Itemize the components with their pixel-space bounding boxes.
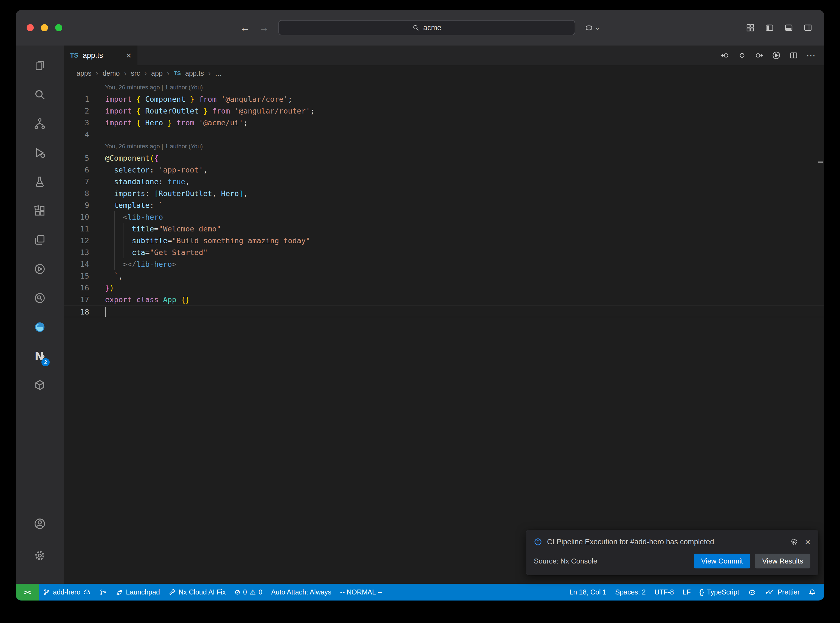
navigate-back-icon[interactable]: ← xyxy=(240,23,250,33)
line-number: 5 xyxy=(64,152,89,164)
breadcrumb-item[interactable]: demo xyxy=(103,69,120,77)
split-editor-icon[interactable] xyxy=(789,51,798,60)
code-row: 5@Component({ xyxy=(64,152,825,164)
line-number: 14 xyxy=(64,258,89,270)
toggle-secondary-sidebar-icon[interactable] xyxy=(803,23,812,32)
publish-cloud-icon xyxy=(83,588,91,596)
formatter-item[interactable]: ✓✓ Prettier xyxy=(761,584,804,600)
breadcrumb-item-file[interactable]: app.ts xyxy=(185,69,204,77)
indent-guide xyxy=(114,211,115,223)
branch-item[interactable]: add-hero xyxy=(39,584,95,600)
explorer-icon[interactable] xyxy=(26,51,54,80)
search-sidebar-icon[interactable] xyxy=(26,80,54,109)
nx-cloud-label: Nx Cloud AI Fix xyxy=(178,588,226,596)
notification-settings-gear-icon[interactable] xyxy=(790,538,798,546)
warnings-icon: ⚠ xyxy=(250,588,256,596)
remote-explorer-icon[interactable] xyxy=(26,226,54,255)
run-debug-icon[interactable] xyxy=(26,138,54,167)
wrench-icon xyxy=(169,589,176,596)
code-line: title="Welcmoe demo" xyxy=(105,223,825,235)
notification-close-icon[interactable]: × xyxy=(805,537,810,546)
breadcrumb-item[interactable]: app xyxy=(151,69,163,77)
nx-console-icon[interactable]: N› 2 xyxy=(26,342,54,371)
indentation-item[interactable]: Spaces: 2 xyxy=(611,584,650,600)
vscode-window: ← → acme ⌄ xyxy=(15,10,825,600)
extensions-icon[interactable] xyxy=(26,196,54,226)
encoding-item[interactable]: UTF-8 xyxy=(650,584,679,600)
prev-reference-icon[interactable] xyxy=(721,51,729,60)
auto-attach-item[interactable]: Auto Attach: Always xyxy=(267,584,336,600)
play-circle-icon[interactable] xyxy=(26,255,54,284)
source-control-icon[interactable] xyxy=(26,109,54,138)
line-number: 8 xyxy=(64,187,89,199)
toggle-primary-sidebar-icon[interactable] xyxy=(765,23,774,32)
info-icon xyxy=(534,538,542,546)
close-tab-icon[interactable]: × xyxy=(126,51,131,60)
close-window-button[interactable] xyxy=(27,24,34,31)
code-inspect-icon[interactable] xyxy=(26,284,54,313)
nx-cloud-item[interactable]: Nx Cloud AI Fix xyxy=(164,584,230,600)
formatter-label: Prettier xyxy=(777,588,800,596)
breadcrumb-item[interactable]: src xyxy=(131,69,140,77)
account-icon[interactable] xyxy=(26,509,54,538)
line-number xyxy=(64,140,89,152)
eol-label: LF xyxy=(683,588,691,596)
copilot-status-item[interactable] xyxy=(744,584,761,600)
line-number: 18 xyxy=(64,306,89,317)
copilot-menu[interactable]: ⌄ xyxy=(585,23,600,32)
settings-gear-icon[interactable] xyxy=(26,541,54,570)
navigate-forward-icon[interactable]: → xyxy=(259,23,269,33)
line-number: 12 xyxy=(64,235,89,247)
command-center[interactable]: acme xyxy=(278,20,575,35)
notifications-bell-item[interactable] xyxy=(804,584,820,600)
indent-guide xyxy=(114,235,115,247)
cube-icon[interactable] xyxy=(26,371,54,400)
code-line: `, xyxy=(105,270,825,282)
remote-indicator[interactable]: >< xyxy=(15,584,39,600)
indent-guide xyxy=(114,258,115,270)
view-commit-button[interactable]: View Commit xyxy=(694,554,750,568)
edge-browser-icon[interactable] xyxy=(26,313,54,342)
language-mode-item[interactable]: {} TypeScript xyxy=(695,584,744,600)
breadcrumb-item-symbol[interactable]: … xyxy=(215,69,222,77)
code-row: 6 selector: 'app-root', xyxy=(64,164,825,176)
git-graph-icon[interactable] xyxy=(95,584,111,600)
problems-item[interactable]: ⊘ 0 ⚠ 0 xyxy=(230,584,267,600)
git-branch-icon xyxy=(43,589,50,596)
zoom-window-button[interactable] xyxy=(55,24,62,31)
view-results-button[interactable]: View Results xyxy=(755,554,810,568)
code-row: 9 template: ` xyxy=(64,199,825,211)
indent-guide xyxy=(123,235,123,247)
launchpad-item[interactable]: Launchpad xyxy=(111,584,164,600)
editor-content[interactable]: You, 26 minutes ago | 1 author (You)1imp… xyxy=(64,81,825,584)
indent-guide xyxy=(123,247,123,258)
eol-item[interactable]: LF xyxy=(679,584,695,600)
line-number: 9 xyxy=(64,199,89,211)
notification-toast: CI Pipeline Execution for #add-hero has … xyxy=(526,530,819,575)
line-number: 3 xyxy=(64,117,89,129)
cursor-position-item[interactable]: Ln 18, Col 1 xyxy=(565,584,611,600)
minimize-window-button[interactable] xyxy=(41,24,48,31)
customize-layout-icon[interactable] xyxy=(746,23,755,32)
breadcrumb-item[interactable]: apps xyxy=(77,69,91,77)
cursor-position-label: Ln 18, Col 1 xyxy=(570,588,607,596)
chevron-down-icon: ⌄ xyxy=(595,24,600,31)
code-line: subtitle="Build something amazing today" xyxy=(105,235,825,247)
code-line xyxy=(105,306,825,317)
line-number: 17 xyxy=(64,294,89,305)
testing-icon[interactable] xyxy=(26,167,54,196)
line-number: 15 xyxy=(64,270,89,282)
run-file-icon[interactable] xyxy=(772,51,781,60)
code-row: 15 `, xyxy=(64,270,825,282)
line-number: 13 xyxy=(64,247,89,258)
toggle-panel-icon[interactable] xyxy=(784,23,793,32)
peek-icon[interactable] xyxy=(738,51,746,60)
overview-ruler-mark xyxy=(819,161,823,163)
tab-app-ts[interactable]: TS app.ts × xyxy=(64,46,137,65)
errors-icon: ⊘ xyxy=(235,588,240,596)
code-row: 11 title="Welcmoe demo" xyxy=(64,223,825,235)
next-reference-icon[interactable] xyxy=(755,51,763,60)
more-actions-icon[interactable]: ⋯ xyxy=(806,50,816,61)
vim-mode-item[interactable]: -- NORMAL -- xyxy=(336,584,387,600)
chevron-right-icon: › xyxy=(124,69,126,78)
